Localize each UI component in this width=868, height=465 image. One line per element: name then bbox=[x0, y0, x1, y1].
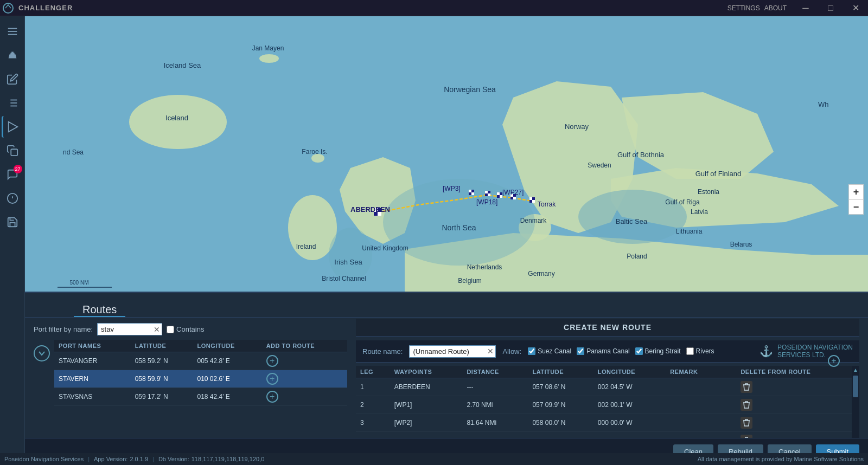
remark-val bbox=[666, 378, 723, 396]
suez-canal-label: Suez Canal bbox=[538, 347, 571, 355]
port-filter-input[interactable] bbox=[97, 323, 162, 335]
col-leg: LEG bbox=[356, 366, 390, 378]
svg-text:Belarus: Belarus bbox=[730, 241, 752, 248]
col-waypoints: WAYPOINTS bbox=[390, 366, 463, 378]
scroll-up-arrow[interactable]: ▲ bbox=[852, 366, 859, 373]
svg-text:ABERDEEN: ABERDEEN bbox=[350, 205, 390, 214]
distance-val: 81.64 NMi bbox=[462, 414, 528, 432]
status-db-version: 118,117,119,118,119,120,0 bbox=[192, 456, 265, 462]
svg-text:nd Sea: nd Sea bbox=[63, 148, 84, 156]
add-port-button[interactable]: + bbox=[266, 355, 278, 367]
sidebar-alert-button[interactable] bbox=[2, 188, 23, 209]
status-app-version: 2.0.1.9 bbox=[130, 456, 148, 462]
col-latitude: LATITUDE bbox=[131, 340, 193, 352]
scroll-down-button[interactable] bbox=[34, 345, 50, 361]
port-name: STAVSNAS bbox=[54, 388, 131, 406]
svg-point-24 bbox=[329, 228, 372, 282]
svg-text:Sweden: Sweden bbox=[588, 162, 611, 169]
svg-text:500 NM: 500 NM bbox=[69, 280, 88, 286]
status-app-version-label: App Version: bbox=[94, 456, 127, 462]
sidebar-save-button[interactable] bbox=[2, 211, 23, 233]
route-section: Route name: ✕ Allow: Suez Canal Panama C… bbox=[356, 321, 859, 426]
port-filter-clear-button[interactable]: ✕ bbox=[154, 326, 160, 333]
waypoint-name: [WP2] bbox=[390, 414, 463, 432]
sidebar-menu-button[interactable] bbox=[2, 21, 23, 42]
lon-val: 002 04.5' W bbox=[593, 378, 666, 396]
svg-text:Gulf of Bothnia: Gulf of Bothnia bbox=[617, 151, 665, 159]
port-filter-input-wrap: ✕ bbox=[97, 323, 162, 335]
maximize-button[interactable]: □ bbox=[818, 0, 843, 16]
svg-point-20 bbox=[259, 54, 279, 63]
svg-marker-10 bbox=[9, 122, 18, 132]
app-logo bbox=[0, 0, 16, 16]
about-link[interactable]: ABOUT bbox=[764, 4, 787, 12]
contains-label: Contains bbox=[176, 325, 204, 333]
table-row: STAVANGER 058 59.2' N 005 42.8' E + bbox=[54, 352, 347, 370]
waypoint-name: ABERDEEN bbox=[390, 378, 463, 396]
svg-text:Norwegian Sea: Norwegian Sea bbox=[444, 85, 496, 94]
add-port-button[interactable]: + bbox=[266, 391, 278, 403]
sidebar-route-button[interactable] bbox=[2, 116, 23, 138]
svg-text:Gulf of Finland: Gulf of Finland bbox=[695, 170, 742, 178]
bering-strait-checkbox[interactable] bbox=[635, 347, 643, 355]
titlebar: CHALLENGER SETTINGS ABOUT ─ □ ✕ bbox=[0, 0, 868, 16]
route-name-input[interactable] bbox=[409, 345, 496, 358]
zoom-out-button[interactable]: − bbox=[848, 199, 864, 215]
delete-cell bbox=[736, 378, 859, 396]
add-route-point-button[interactable]: + bbox=[828, 355, 840, 367]
minimize-button[interactable]: ─ bbox=[793, 0, 818, 16]
col-longitude: LONGITUDE bbox=[193, 340, 261, 352]
svg-text:Poland: Poland bbox=[627, 253, 647, 260]
route-name-label: Route name: bbox=[362, 347, 403, 356]
delete-waypoint-button[interactable] bbox=[741, 417, 752, 429]
remark-val bbox=[666, 414, 723, 432]
suez-canal-checkbox[interactable] bbox=[528, 347, 535, 355]
table-row: 3 [WP2] 81.64 NMi 058 00.0' N 000 00.0' … bbox=[356, 414, 859, 432]
delete-waypoint-button[interactable] bbox=[741, 399, 752, 411]
svg-text:Jan Mayen: Jan Mayen bbox=[252, 44, 284, 52]
svg-text:Netherlands: Netherlands bbox=[467, 263, 502, 271]
svg-text:[WP27]: [WP27] bbox=[502, 189, 524, 196]
contains-checkbox[interactable] bbox=[167, 326, 174, 333]
leg-num: 3 bbox=[356, 414, 390, 432]
zoom-in-button[interactable]: + bbox=[848, 184, 864, 199]
sidebar-notification-button[interactable]: 27 bbox=[2, 164, 23, 185]
svg-text:Estonia: Estonia bbox=[698, 188, 719, 196]
delete-waypoint-button[interactable] bbox=[741, 381, 752, 393]
svg-text:Irish Sea: Irish Sea bbox=[334, 258, 362, 266]
remark-icon bbox=[723, 414, 736, 432]
col-delete: DELETE FROM ROUTE bbox=[736, 366, 859, 378]
delete-cell bbox=[736, 396, 859, 414]
panama-canal-checkbox[interactable] bbox=[577, 347, 584, 355]
leg-num: 2 bbox=[356, 396, 390, 414]
lon-val: 000 00.0' W bbox=[593, 414, 666, 432]
bottom-panel: Routes CREATE NEW ROUTE Port filter by n… bbox=[25, 292, 868, 453]
sidebar: 27 bbox=[0, 16, 25, 465]
route-name-clear-button[interactable]: ✕ bbox=[487, 347, 494, 356]
svg-text:Germany: Germany bbox=[528, 270, 554, 277]
svg-text:Faroe Is.: Faroe Is. bbox=[302, 148, 327, 156]
sidebar-edit-button[interactable] bbox=[2, 68, 23, 90]
sidebar-ship-button[interactable] bbox=[2, 44, 23, 66]
rivers-checkbox[interactable] bbox=[686, 347, 694, 355]
rivers-label: Rivers bbox=[696, 347, 714, 355]
col-remark: REMARK bbox=[666, 366, 723, 378]
status-company: Poseidon Navigation Services bbox=[4, 456, 84, 462]
close-button[interactable]: ✕ bbox=[843, 0, 868, 16]
sidebar-copy-button[interactable] bbox=[2, 140, 23, 162]
svg-point-23 bbox=[578, 190, 687, 244]
settings-link[interactable]: SETTINGS bbox=[727, 4, 760, 12]
sidebar-list-button[interactable] bbox=[2, 92, 23, 114]
table-row: STAVERN 058 59.9' N 010 02.6' E + bbox=[54, 370, 347, 388]
svg-rect-32 bbox=[485, 191, 488, 193]
bering-strait-check: Bering Strait bbox=[635, 347, 681, 355]
map-area[interactable]: Jan Mayen Iceland Sea Norwegian Sea Icel… bbox=[25, 16, 868, 292]
svg-text:Iceland Sea: Iceland Sea bbox=[164, 61, 201, 69]
add-port-button[interactable]: + bbox=[266, 373, 278, 385]
svg-text:Wh: Wh bbox=[818, 100, 829, 108]
window-controls: ─ □ ✕ bbox=[793, 0, 868, 16]
port-lat: 059 17.2' N bbox=[131, 388, 193, 406]
col-add-to-route: ADD TO ROUTE bbox=[262, 340, 347, 352]
svg-text:North Sea: North Sea bbox=[442, 223, 476, 232]
scroll-thumb[interactable] bbox=[853, 376, 858, 397]
